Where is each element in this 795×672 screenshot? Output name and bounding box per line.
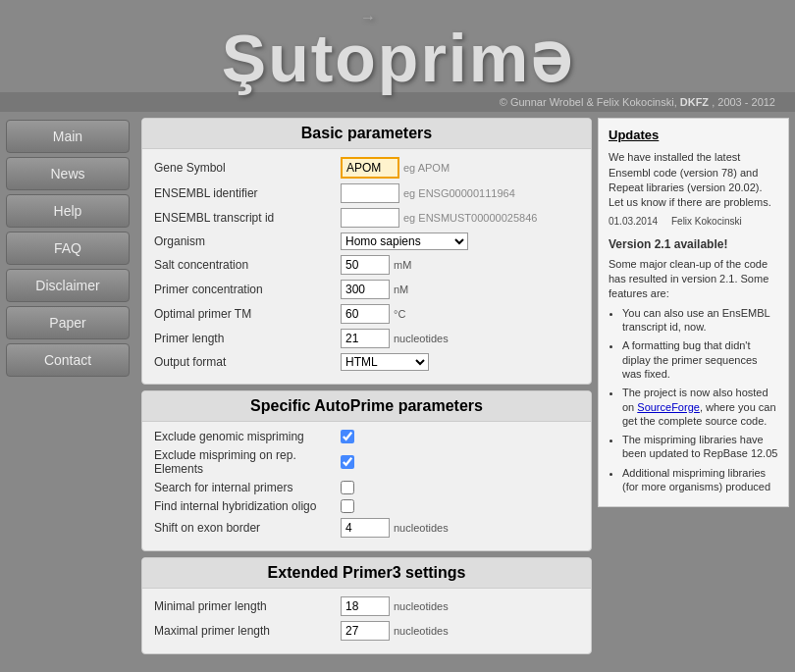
- main-layout: MainNewsHelpFAQDisclaimerPaperContact Ba…: [0, 112, 795, 660]
- output-format-label: Output format: [154, 355, 341, 369]
- basic-params-panel: Basic parameters Gene Symbol eg APOM ENS…: [141, 118, 592, 385]
- author-text: Felix Kokocinski: [671, 216, 742, 227]
- exclude-rep-label: Exclude mispriming on rep. Elements: [154, 448, 341, 476]
- org-text: DKFZ: [680, 96, 709, 108]
- sidebar-item-paper[interactable]: Paper: [6, 306, 130, 339]
- gene-symbol-label: Gene Symbol: [154, 161, 341, 175]
- version-title: Version 2.1 available!: [609, 236, 778, 253]
- sidebar-item-help[interactable]: Help: [6, 194, 130, 228]
- exclude-genomic-checkbox[interactable]: [341, 430, 354, 443]
- primer-tm-row: Optimal primer TM °C: [154, 304, 579, 324]
- logo: → Şutoprimə: [0, 10, 795, 92]
- basic-params-body: Gene Symbol eg APOM ENSEMBL identifier e…: [142, 149, 591, 384]
- shift-unit: nucleotides: [394, 522, 449, 534]
- shift-label: Shift on exon border: [154, 521, 341, 535]
- sidebar-item-main[interactable]: Main: [6, 120, 130, 153]
- max-primer-input[interactable]: [341, 621, 390, 641]
- salt-label: Salt concentration: [154, 258, 341, 272]
- specific-params-body: Exclude genomic mispriming Exclude mispr…: [142, 422, 591, 550]
- exclude-genomic-label: Exclude genomic mispriming: [154, 430, 341, 443]
- content-area: Basic parameters Gene Symbol eg APOM ENS…: [135, 112, 795, 660]
- specific-params-panel: Specific AutoPrime parameters Exclude ge…: [141, 390, 592, 551]
- gene-symbol-input[interactable]: [341, 157, 399, 179]
- ensembl-transcript-input[interactable]: [341, 208, 399, 228]
- header: → Şutoprimə © Gunnar Wrobel & Felix Koko…: [0, 0, 795, 112]
- organism-label: Organism: [154, 234, 341, 248]
- ensembl-transcript-row: ENSEMBL transcript id eg ENSMUST00000025…: [154, 208, 579, 228]
- organism-select[interactable]: Homo sapiens Mus musculus Rattus norvegi…: [341, 233, 468, 250]
- hybridization-label: Find internal hybridization oligo: [154, 499, 341, 513]
- sidebar-item-contact[interactable]: Contact: [6, 343, 130, 377]
- form-column: Basic parameters Gene Symbol eg APOM ENS…: [141, 118, 592, 654]
- years-text: , 2003 - 2012: [712, 96, 775, 108]
- organism-row: Organism Homo sapiens Mus musculus Rattu…: [154, 233, 579, 250]
- primer-length-input[interactable]: [341, 329, 390, 348]
- sidebar-item-news[interactable]: News: [6, 157, 130, 190]
- sidebar-item-faq[interactable]: FAQ: [6, 232, 130, 265]
- updates-date: 01.03.2014 Felix Kokocinski: [609, 215, 778, 229]
- primer-conc-input[interactable]: [341, 280, 390, 299]
- ensembl-id-hint: eg ENSG00000111964: [403, 187, 515, 199]
- right-panel: Updates We have installed the latest Ens…: [598, 118, 789, 654]
- output-format-row: Output format HTML Text XML: [154, 353, 579, 371]
- shift-input[interactable]: [341, 518, 390, 538]
- specific-params-title: Specific AutoPrime parameters: [142, 391, 591, 422]
- updates-panel: Updates We have installed the latest Ens…: [598, 118, 789, 507]
- exclude-genomic-row: Exclude genomic mispriming: [154, 430, 579, 443]
- primer-tm-label: Optimal primer TM: [154, 307, 341, 321]
- ensembl-id-label: ENSEMBL identifier: [154, 186, 341, 200]
- primer-conc-unit: nM: [394, 284, 408, 295]
- logo-text-content: Şutoprimə: [222, 21, 573, 95]
- internal-primers-label: Search for internal primers: [154, 481, 341, 494]
- min-primer-unit: nucleotides: [394, 600, 449, 612]
- sourceforge-link[interactable]: SourceForge: [637, 401, 700, 413]
- ensembl-id-input[interactable]: [341, 183, 399, 203]
- extended-params-panel: Extended Primer3 settings Minimal primer…: [141, 557, 592, 654]
- salt-unit: mM: [394, 259, 411, 271]
- sidebar-item-disclaimer[interactable]: Disclaimer: [6, 269, 130, 302]
- hybridization-checkbox[interactable]: [341, 499, 354, 513]
- bullet-5: Additional mispriming libraries (for mor…: [622, 466, 778, 494]
- gene-symbol-hint: eg APOM: [403, 162, 450, 174]
- copyright-text: © Gunnar Wrobel & Felix Kokocinski,: [500, 96, 677, 108]
- extended-params-body: Minimal primer length nucleotides Maxima…: [142, 589, 591, 653]
- date-text: 01.03.2014: [609, 216, 658, 227]
- updates-title: Updates: [609, 127, 778, 144]
- updates-main-text: We have installed the latest Ensembl cod…: [609, 150, 778, 211]
- max-primer-row: Maximal primer length nucleotides: [154, 621, 579, 641]
- min-primer-row: Minimal primer length nucleotides: [154, 596, 579, 616]
- salt-input[interactable]: [341, 255, 390, 275]
- ensembl-id-row: ENSEMBL identifier eg ENSG00000111964: [154, 183, 579, 203]
- max-primer-unit: nucleotides: [394, 625, 449, 637]
- salt-row: Salt concentration mM: [154, 255, 579, 275]
- min-primer-input[interactable]: [341, 596, 390, 616]
- bullet-4: The mispriming libraries have been updat…: [622, 433, 778, 461]
- version-intro: Some major clean-up of the code has resu…: [609, 257, 778, 302]
- primer-conc-row: Primer concentration nM: [154, 280, 579, 299]
- primer-length-unit: nucleotides: [394, 333, 449, 344]
- primer-conc-label: Primer concentration: [154, 283, 341, 296]
- hybridization-row: Find internal hybridization oligo: [154, 499, 579, 513]
- primer-length-label: Primer length: [154, 332, 341, 345]
- logo-subtitle: © Gunnar Wrobel & Felix Kokocinski, DKFZ…: [0, 92, 795, 112]
- max-primer-label: Maximal primer length: [154, 624, 341, 638]
- exclude-rep-row: Exclude mispriming on rep. Elements: [154, 448, 579, 476]
- gene-symbol-row: Gene Symbol eg APOM: [154, 157, 579, 179]
- shift-row: Shift on exon border nucleotides: [154, 518, 579, 538]
- bullet-1: You can also use an EnsEMBL transcript i…: [622, 306, 778, 335]
- exclude-rep-checkbox[interactable]: [341, 455, 354, 469]
- min-primer-label: Minimal primer length: [154, 599, 341, 613]
- ensembl-transcript-label: ENSEMBL transcript id: [154, 211, 341, 225]
- internal-primers-checkbox[interactable]: [341, 481, 354, 494]
- basic-params-title: Basic parameters: [142, 119, 591, 149]
- primer-length-row: Primer length nucleotides: [154, 329, 579, 348]
- version-bullets: You can also use an EnsEMBL transcript i…: [609, 306, 778, 494]
- internal-primers-row: Search for internal primers: [154, 481, 579, 494]
- output-format-select[interactable]: HTML Text XML: [341, 353, 429, 371]
- primer-tm-input[interactable]: [341, 304, 390, 324]
- extended-params-title: Extended Primer3 settings: [142, 558, 591, 589]
- sidebar: MainNewsHelpFAQDisclaimerPaperContact: [0, 112, 135, 660]
- bullet-3: The project is now also hosted on Source…: [622, 386, 778, 428]
- primer-tm-unit: °C: [394, 308, 405, 320]
- bullet-2: A formatting bug that didn't diplay the …: [622, 338, 778, 381]
